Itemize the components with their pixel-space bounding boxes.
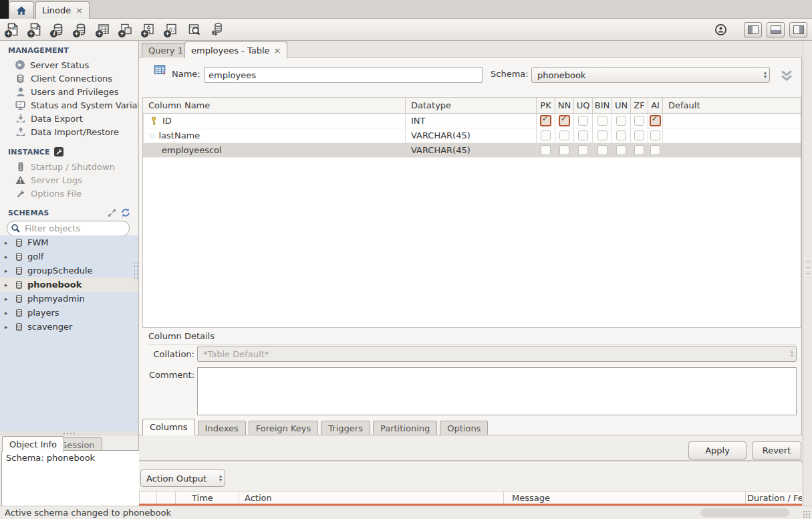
- schema-inspector-button[interactable]: [47, 20, 70, 39]
- tab-employees-table[interactable]: employees - Table ×: [184, 41, 287, 58]
- uq-checkbox[interactable]: [578, 130, 588, 140]
- sidebar-item-client-connections[interactable]: Client Connections: [0, 72, 138, 85]
- object-info-content: Schema: phonebook: [1, 450, 145, 507]
- create-view-button[interactable]: [116, 20, 138, 39]
- un-checkbox[interactable]: [616, 145, 626, 155]
- subtab-indexes[interactable]: Indexes: [198, 421, 246, 435]
- bin-checkbox[interactable]: [597, 145, 607, 155]
- close-tab-icon[interactable]: ×: [76, 5, 83, 15]
- system-variables-icon: [15, 100, 25, 110]
- create-schema-button[interactable]: [70, 20, 93, 39]
- ai-checkbox[interactable]: [650, 145, 660, 155]
- zf-checkbox[interactable]: [634, 145, 644, 155]
- column-details-title: Column Details: [148, 331, 797, 345]
- table-edit-icon: [154, 64, 167, 76]
- search-table-data-button[interactable]: [184, 20, 207, 39]
- subtab-options[interactable]: Options: [440, 421, 488, 435]
- schema-item-scavenger[interactable]: ▸ scavenger: [0, 320, 138, 334]
- create-table-button[interactable]: [93, 20, 116, 39]
- sidebar-item-server-status[interactable]: ▶ Server Status: [0, 58, 138, 72]
- sidebar-item-server-logs[interactable]: Server Logs: [0, 173, 138, 187]
- schema-filter-input[interactable]: [23, 223, 126, 234]
- create-stored-procedure-button[interactable]: [138, 20, 161, 39]
- create-function-button[interactable]: [161, 20, 184, 39]
- new-sql-tab-button[interactable]: [2, 20, 25, 39]
- right-panel-splitter[interactable]: [803, 41, 812, 506]
- schema-select[interactable]: phonebook ▴▾: [531, 67, 770, 83]
- home-tab[interactable]: [9, 1, 34, 19]
- nn-checkbox[interactable]: [559, 145, 569, 155]
- connection-tab-linode[interactable]: Linode ×: [35, 1, 90, 19]
- nn-checkbox[interactable]: [559, 115, 570, 126]
- spinner-icon[interactable]: ▴▾: [215, 474, 222, 482]
- sidebar-item-status-system-variables[interactable]: Status and System Variables: [0, 98, 138, 112]
- expander-icon[interactable]: ▸: [5, 310, 11, 316]
- window-resize-grip[interactable]: [803, 510, 811, 518]
- close-tab-icon[interactable]: ×: [274, 45, 281, 56]
- column-row-employeescol[interactable]: employeescol VARCHAR(45): [143, 143, 801, 158]
- sidebar-item-data-import[interactable]: Data Import/Restore: [0, 125, 138, 138]
- refresh-schemas-icon[interactable]: [121, 208, 130, 217]
- sidebar-item-data-export[interactable]: Data Export: [0, 112, 138, 125]
- sidebar-item-users-privileges[interactable]: Users and Privileges: [0, 85, 138, 98]
- schema-item-golf[interactable]: ▸ golf: [0, 249, 138, 264]
- bin-checkbox[interactable]: [597, 116, 607, 126]
- schema-item-players[interactable]: ▸ players: [0, 306, 138, 320]
- comment-textarea[interactable]: [197, 367, 797, 415]
- expand-schemas-icon[interactable]: [108, 209, 116, 217]
- toggle-right-sidebar-button[interactable]: [789, 22, 807, 37]
- un-checkbox[interactable]: [616, 130, 626, 140]
- output-panel-select[interactable]: Action Output ▴▾: [140, 470, 225, 487]
- expander-icon[interactable]: ▸: [5, 296, 11, 302]
- zf-checkbox[interactable]: [634, 130, 644, 140]
- ai-checkbox[interactable]: [650, 130, 660, 140]
- toggle-bottom-panel-button[interactable]: [767, 22, 785, 37]
- sidebar-scrollbar[interactable]: [134, 263, 138, 280]
- expand-header-button[interactable]: [777, 68, 797, 84]
- revert-button[interactable]: Revert: [752, 441, 801, 459]
- uq-checkbox[interactable]: [578, 116, 588, 126]
- splitter-grip[interactable]: [806, 262, 810, 274]
- expander-icon[interactable]: ▸: [5, 268, 11, 274]
- sidebar-item-options-file[interactable]: Options File: [0, 187, 138, 200]
- apply-button[interactable]: Apply: [688, 441, 747, 459]
- expander-icon[interactable]: ▸: [5, 282, 11, 288]
- collation-select[interactable]: *Table Default* ▴▾: [197, 346, 797, 362]
- expander-icon[interactable]: ▸: [5, 239, 11, 246]
- schema-item-phpmyadmin[interactable]: ▸ phpmyadmin: [0, 292, 138, 306]
- server-logs-icon: [15, 175, 25, 185]
- sidebar-item-startup-shutdown[interactable]: Startup / Shutdown: [0, 160, 138, 173]
- un-checkbox[interactable]: [616, 116, 626, 126]
- schema-item-fwm[interactable]: ▸ FWM: [0, 235, 138, 249]
- tab-object-info[interactable]: Object Info: [2, 436, 64, 452]
- zf-checkbox[interactable]: [634, 116, 644, 126]
- toggle-left-sidebar-button[interactable]: [744, 22, 762, 37]
- subtab-triggers[interactable]: Triggers: [321, 421, 370, 435]
- uq-checkbox[interactable]: [578, 145, 588, 155]
- status-bar: Active schema changed to phonebook: [0, 506, 812, 519]
- subtab-columns[interactable]: Columns: [142, 419, 195, 435]
- table-name-input[interactable]: [204, 67, 483, 83]
- pk-checkbox[interactable]: [541, 145, 551, 155]
- horizontal-scrollbar[interactable]: [700, 508, 789, 517]
- ai-checkbox[interactable]: [650, 115, 661, 126]
- bin-checkbox[interactable]: [597, 130, 607, 140]
- schema-item-phonebook[interactable]: ▸ phonebook: [0, 278, 138, 292]
- table-editor: Query 1 × employees - Table × Name: Sche…: [139, 41, 802, 506]
- schema-item-groupschedule[interactable]: ▸ groupSchedule: [0, 264, 138, 278]
- subtab-foreign-keys[interactable]: Foreign Keys: [249, 421, 319, 435]
- pk-checkbox[interactable]: [541, 130, 551, 140]
- subtab-partitioning[interactable]: Partitioning: [373, 421, 437, 435]
- object-info-panel: Object Info Session Schema: phonebook: [0, 431, 139, 506]
- open-sql-script-button[interactable]: [25, 20, 47, 39]
- expander-icon[interactable]: ▸: [5, 324, 11, 330]
- horizontal-splitter[interactable]: [0, 431, 138, 435]
- column-row-lastname[interactable]: ◇lastName VARCHAR(45): [143, 128, 801, 143]
- column-row-id[interactable]: ID INT: [143, 114, 801, 128]
- pk-checkbox[interactable]: [540, 115, 551, 126]
- nn-checkbox[interactable]: [559, 130, 569, 140]
- spinner-icon[interactable]: ▴▾: [760, 71, 767, 79]
- reconnect-dbms-button[interactable]: [207, 20, 229, 39]
- availability-icon: [714, 23, 727, 36]
- expander-icon[interactable]: ▸: [5, 253, 11, 260]
